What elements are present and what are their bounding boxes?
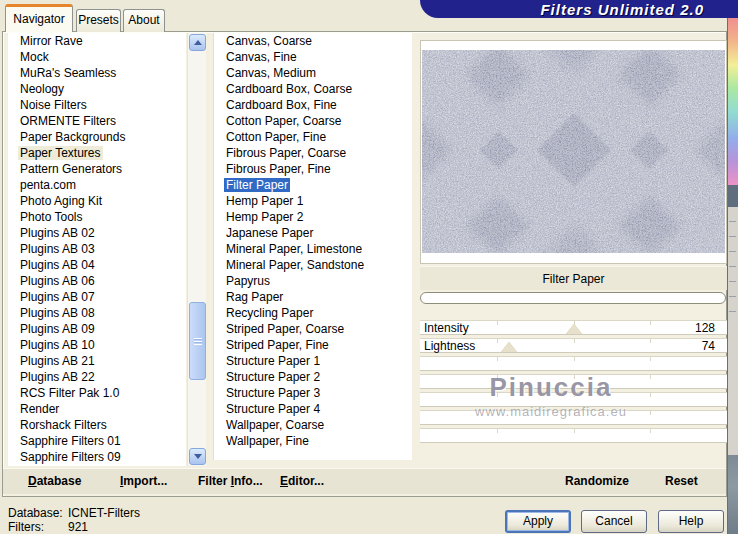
filter-item[interactable]: Fibrous Paper, Coarse	[214, 145, 412, 161]
filter-item[interactable]: Wallpaper, Coarse	[214, 417, 412, 433]
category-item[interactable]: penta.com	[8, 177, 186, 193]
filter-list[interactable]: Canvas, CoarseCanvas, FineCanvas, Medium…	[213, 33, 412, 460]
slider-tick	[650, 411, 651, 415]
editor-button[interactable]: Editor...	[280, 474, 324, 488]
category-item[interactable]: Photo Tools	[8, 209, 186, 225]
category-item[interactable]: Mirror Rave	[8, 33, 186, 49]
tab-about[interactable]: About	[123, 9, 165, 32]
category-item[interactable]: Plugins AB 22	[8, 369, 186, 385]
category-item[interactable]: Mock	[8, 49, 186, 65]
category-item-label: Pattern Generators	[18, 162, 124, 176]
filter-item[interactable]: Wallpaper, Fine	[214, 433, 412, 449]
category-item[interactable]: Photo Aging Kit	[8, 193, 186, 209]
category-item[interactable]: Plugins AB 04	[8, 257, 186, 273]
filter-item[interactable]: Papyrus	[214, 273, 412, 289]
filter-item[interactable]: Hemp Paper 2	[214, 209, 412, 225]
category-item-label: Plugins AB 10	[18, 338, 97, 352]
category-item[interactable]: Plugins AB 06	[8, 273, 186, 289]
filter-item[interactable]: Structure Paper 2	[214, 369, 412, 385]
rainbow-color-strip	[728, 18, 738, 185]
category-item[interactable]: Neology	[8, 81, 186, 97]
category-item-label: Paper Textures	[18, 146, 103, 160]
filter-item[interactable]: Cardboard Box, Coarse	[214, 81, 412, 97]
category-item[interactable]: Plugins AB 21	[8, 353, 186, 369]
category-item[interactable]: Render	[8, 401, 186, 417]
slider-intensity[interactable]: Intensity128	[420, 320, 727, 335]
scrollbar-thumb[interactable]	[189, 302, 206, 380]
slider-thumb[interactable]	[501, 342, 517, 352]
category-item-label: Photo Aging Kit	[18, 194, 104, 208]
category-item[interactable]: Sapphire Filters 09	[8, 449, 186, 465]
category-item[interactable]: Noise Filters	[8, 97, 186, 113]
filter-item[interactable]: Mineral Paper, Sandstone	[214, 257, 412, 273]
category-item[interactable]: RCS Filter Pak 1.0	[8, 385, 186, 401]
filters-unlimited-dialog: Filters Unlimited 2.0 NavigatorPresetsAb…	[0, 0, 738, 534]
filter-item[interactable]: Rag Paper	[214, 289, 412, 305]
database-button[interactable]: Database	[28, 474, 81, 488]
filter-item-label: Filter Paper	[224, 178, 290, 192]
filter-item-label: Fibrous Paper, Fine	[224, 162, 333, 176]
category-item[interactable]: Plugins AB 03	[8, 241, 186, 257]
category-item[interactable]: MuRa's Seamless	[8, 65, 186, 81]
chevron-down-icon	[194, 454, 202, 459]
import-button[interactable]: Import...	[120, 474, 167, 488]
filter-item-label: Structure Paper 4	[224, 402, 322, 416]
category-item[interactable]: ORMENTE Filters	[8, 113, 186, 129]
filter-item[interactable]: Cotton Paper, Coarse	[214, 113, 412, 129]
filter-item[interactable]: Structure Paper 4	[214, 401, 412, 417]
category-item[interactable]: Plugins AB 08	[8, 305, 186, 321]
slider-thumb[interactable]	[566, 324, 582, 334]
filter-item[interactable]: Recycling Paper	[214, 305, 412, 321]
filter-item[interactable]: Cotton Paper, Fine	[214, 129, 412, 145]
selected-filter-name: Filter Paper	[420, 266, 727, 290]
scroll-down-button[interactable]	[189, 448, 206, 465]
category-list[interactable]: Mirror RaveMockMuRa's SeamlessNeologyNoi…	[8, 33, 186, 466]
category-item[interactable]: Plugins AB 07	[8, 289, 186, 305]
cancel-button[interactable]: Cancel	[581, 510, 647, 533]
category-item[interactable]: Paper Textures	[8, 145, 186, 161]
category-scrollbar[interactable]	[187, 33, 206, 466]
category-item[interactable]: Sapphire Filters 01	[8, 433, 186, 449]
category-item-label: Neology	[18, 82, 66, 96]
chevron-up-icon	[194, 40, 202, 45]
slider-label: Lightness	[424, 339, 475, 353]
filter-item[interactable]: Canvas, Medium	[214, 65, 412, 81]
filter-item[interactable]: Fibrous Paper, Fine	[214, 161, 412, 177]
apply-button[interactable]: Apply	[505, 510, 571, 533]
category-item[interactable]: Paper Backgrounds	[8, 129, 186, 145]
filter-item[interactable]: Striped Paper, Coarse	[214, 321, 412, 337]
category-item[interactable]: Plugins AB 02	[8, 225, 186, 241]
help-button[interactable]: Help	[658, 510, 724, 533]
filter-item[interactable]: Canvas, Fine	[214, 49, 412, 65]
filter-item[interactable]: Structure Paper 1	[214, 353, 412, 369]
tab-navigator[interactable]: Navigator	[5, 4, 73, 32]
category-item[interactable]: Rorshack Filters	[8, 417, 186, 433]
slider-lightness[interactable]: Lightness74	[420, 338, 727, 353]
tab-presets[interactable]: Presets	[76, 9, 121, 32]
filter-item[interactable]: Striped Paper, Fine	[214, 337, 412, 353]
category-item-label: Plugins AB 09	[18, 322, 97, 336]
filter-info-button[interactable]: Filter Info...	[198, 474, 263, 488]
filter-item[interactable]: Structure Paper 3	[214, 385, 412, 401]
filter-item-label: Structure Paper 2	[224, 370, 322, 384]
reset-button[interactable]: Reset	[665, 474, 698, 488]
background-window-sliver	[728, 185, 738, 207]
filter-item-label: Structure Paper 1	[224, 354, 322, 368]
filter-item[interactable]: Cardboard Box, Fine	[214, 97, 412, 113]
category-item[interactable]: Plugins AB 09	[8, 321, 186, 337]
category-item[interactable]: Pattern Generators	[8, 161, 186, 177]
randomize-button[interactable]: Randomize	[565, 474, 629, 488]
slider-tick	[497, 411, 498, 415]
filter-item-label: Cotton Paper, Fine	[224, 130, 328, 144]
filter-item-label: Wallpaper, Fine	[224, 434, 311, 448]
filter-item[interactable]: Japanese Paper	[214, 225, 412, 241]
filter-item[interactable]: Hemp Paper 1	[214, 193, 412, 209]
category-item-label: Rorshack Filters	[18, 418, 109, 432]
filter-item[interactable]: Canvas, Coarse	[214, 33, 412, 49]
filter-item[interactable]: Filter Paper	[214, 177, 412, 193]
filter-item[interactable]: Mineral Paper, Limestone	[214, 241, 412, 257]
filter-item-label: Canvas, Coarse	[224, 34, 314, 48]
category-item[interactable]: Plugins AB 10	[8, 337, 186, 353]
category-item-label: Render	[18, 402, 61, 416]
scroll-up-button[interactable]	[189, 34, 206, 51]
